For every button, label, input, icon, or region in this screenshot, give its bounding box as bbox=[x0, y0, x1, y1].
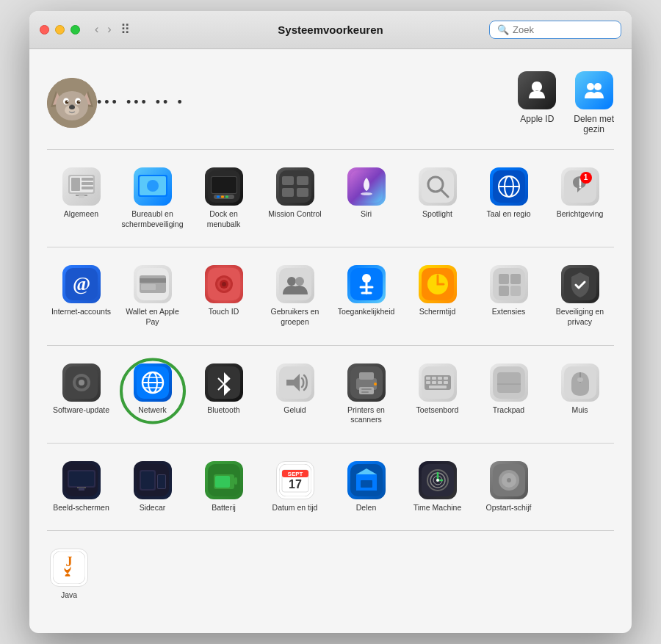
close-button[interactable] bbox=[40, 25, 49, 35]
svg-rect-79 bbox=[510, 286, 521, 296]
pref-muis[interactable]: Muis bbox=[546, 358, 614, 431]
pref-printers[interactable]: Printers en scanners bbox=[332, 358, 400, 431]
svg-rect-127 bbox=[141, 471, 154, 489]
maximize-button[interactable] bbox=[71, 25, 80, 35]
pref-software[interactable]: Software-update bbox=[47, 358, 115, 431]
titlebar: ‹ › ⠿ Systeemvoorkeuren 🔍 bbox=[29, 11, 632, 49]
traffic-lights bbox=[40, 25, 80, 35]
svg-rect-78 bbox=[510, 274, 521, 284]
pref-opstart[interactable]: Opstart-schijf bbox=[474, 455, 543, 519]
muis-label: Muis bbox=[571, 405, 588, 416]
gebruikers-icon bbox=[276, 265, 314, 303]
algemeen-icon bbox=[62, 167, 101, 206]
svg-point-14 bbox=[69, 105, 75, 109]
pref-batterij[interactable]: Batterij bbox=[189, 455, 258, 519]
pref-geluid[interactable]: Geluid bbox=[261, 358, 329, 431]
forward-button[interactable]: › bbox=[104, 21, 114, 37]
pref-touch[interactable]: Touch ID bbox=[189, 259, 258, 333]
pref-beeld[interactable]: Beeld-schermen bbox=[47, 455, 115, 519]
minimize-button[interactable] bbox=[55, 25, 65, 35]
svg-rect-99 bbox=[359, 387, 374, 394]
svg-rect-40 bbox=[297, 188, 308, 197]
mission-label: Mission Control bbox=[268, 209, 321, 220]
svg-point-68 bbox=[362, 274, 371, 283]
svg-rect-113 bbox=[429, 386, 447, 388]
family-label: Delen metgezin bbox=[574, 114, 614, 134]
pref-delen[interactable]: Delen bbox=[332, 455, 400, 519]
svg-rect-34 bbox=[221, 195, 224, 198]
avatar bbox=[47, 78, 97, 128]
pref-java[interactable]: J Java bbox=[47, 543, 91, 607]
schermtijd-icon bbox=[419, 265, 457, 303]
search-box[interactable]: 🔍 bbox=[489, 21, 621, 39]
apple-id-action[interactable]: Apple ID bbox=[518, 71, 556, 134]
beeld-label: Beeld-schermen bbox=[53, 503, 109, 513]
pref-algemeen[interactable]: Algemeen bbox=[47, 162, 115, 235]
pref-bluetooth[interactable]: Bluetooth bbox=[189, 358, 258, 431]
pref-wallet[interactable]: Wallet en Apple Pay bbox=[118, 259, 187, 333]
opstart-label: Opstart-schijf bbox=[486, 503, 532, 513]
svg-point-15 bbox=[534, 82, 540, 90]
pref-netwerk[interactable]: Netwerk bbox=[118, 358, 187, 431]
svg-rect-133 bbox=[215, 476, 230, 488]
svg-rect-115 bbox=[497, 372, 521, 393]
pref-berichg[interactable]: 1 Berichtgeving bbox=[546, 162, 614, 235]
svg-rect-101 bbox=[361, 388, 372, 390]
system-preferences-window: ‹ › ⠿ Systeemvoorkeuren 🔍 bbox=[29, 11, 632, 633]
pref-siri[interactable]: Siri bbox=[332, 162, 400, 235]
datum-label: Datum en tijd bbox=[272, 503, 318, 513]
bluetooth-icon bbox=[205, 363, 243, 402]
nav-buttons: ‹ › bbox=[92, 21, 115, 37]
pref-taal[interactable]: Taal en regio bbox=[474, 162, 543, 235]
svg-rect-57 bbox=[140, 278, 166, 283]
pref-trackpad[interactable]: Trackpad bbox=[474, 358, 543, 431]
pref-spotlight[interactable]: Spotlight bbox=[403, 162, 472, 235]
svg-point-28 bbox=[147, 180, 159, 192]
notification-badge: 1 bbox=[580, 172, 592, 184]
back-button[interactable]: ‹ bbox=[92, 21, 101, 37]
beveil-label: Beveiliging en privacy bbox=[549, 307, 611, 327]
wallet-label: Wallet en Apple Pay bbox=[121, 307, 184, 327]
svg-point-9 bbox=[77, 100, 81, 104]
search-input[interactable] bbox=[513, 24, 613, 35]
pref-timem[interactable]: Time Machine bbox=[403, 455, 472, 519]
spotlight-icon bbox=[419, 167, 457, 206]
prefs-grid-row2: @ Internet-accounts Wallet en bbox=[47, 259, 614, 333]
pref-toetsenbord[interactable]: Toetsenbord bbox=[403, 358, 472, 431]
svg-point-119 bbox=[577, 377, 583, 382]
family-icon bbox=[575, 71, 613, 109]
pref-dock[interactable]: Dock en menubalk bbox=[189, 162, 258, 235]
dock-icon bbox=[205, 167, 243, 206]
pref-beveil[interactable]: Beveiliging en privacy bbox=[546, 259, 614, 333]
pref-gebruikers[interactable]: Gebruikers en groepen bbox=[261, 259, 329, 333]
prefs-row-1: Algemeen Bureaubl en schermbeveiliging bbox=[47, 150, 614, 247]
family-sharing-action[interactable]: Delen metgezin bbox=[574, 71, 614, 134]
pref-internet[interactable]: @ Internet-accounts bbox=[47, 259, 115, 333]
opstart-icon bbox=[490, 461, 528, 499]
pref-sidecar[interactable]: Sidecar bbox=[118, 455, 187, 519]
grid-view-button[interactable]: ⠿ bbox=[120, 21, 130, 37]
svg-rect-35 bbox=[225, 195, 228, 198]
svg-point-42 bbox=[361, 192, 372, 195]
gebruikers-label: Gebruikers en groepen bbox=[264, 307, 326, 327]
pref-bureaubl[interactable]: Bureaubl en schermbeveiliging bbox=[118, 162, 187, 235]
pref-schermtijd[interactable]: Schermtijd bbox=[403, 259, 472, 333]
svg-point-52 bbox=[579, 186, 581, 188]
toetsenbord-label: Toetsenbord bbox=[416, 405, 459, 416]
svg-rect-20 bbox=[71, 178, 80, 191]
svg-rect-36 bbox=[279, 170, 311, 203]
pref-datum[interactable]: SEPT 17 Datum en tijd bbox=[261, 455, 329, 519]
toetsenbord-icon bbox=[419, 363, 457, 402]
svg-rect-98 bbox=[359, 372, 374, 380]
delen-icon bbox=[347, 461, 386, 499]
svg-point-11 bbox=[79, 101, 80, 102]
prefs-grid-row4: Beeld-schermen Sidecar bbox=[47, 455, 614, 519]
pref-extensies[interactable]: Extensies bbox=[474, 259, 543, 333]
search-icon: 🔍 bbox=[497, 24, 509, 35]
svg-rect-21 bbox=[82, 178, 93, 181]
svg-point-100 bbox=[374, 383, 377, 386]
pref-mission[interactable]: Mission Control bbox=[261, 162, 329, 235]
svg-rect-37 bbox=[282, 176, 294, 185]
timem-label: Time Machine bbox=[413, 503, 462, 513]
pref-toegang[interactable]: Toegankelijkheid bbox=[332, 259, 400, 333]
